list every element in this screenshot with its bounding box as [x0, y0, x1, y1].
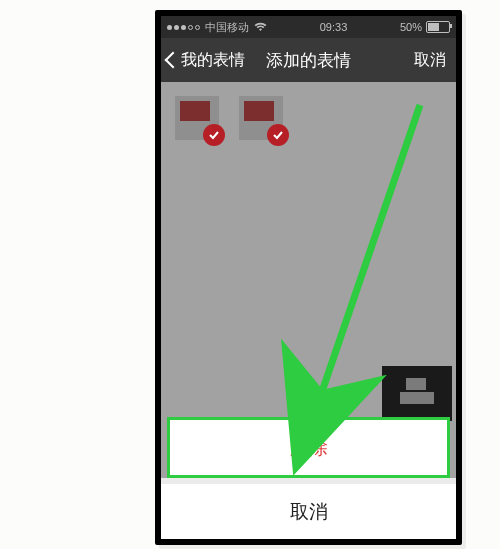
screen: 中国移动 09:33 50% 我的表情 添加的表情 取消	[161, 16, 456, 539]
battery-icon	[426, 21, 450, 33]
chevron-left-icon	[165, 52, 182, 69]
sticker-image	[244, 101, 274, 121]
selected-check-icon	[267, 124, 289, 146]
sticker-image	[180, 101, 210, 121]
sticker-item[interactable]	[175, 96, 219, 140]
nav-right-button[interactable]: 取消	[414, 50, 446, 71]
wifi-icon	[254, 22, 267, 32]
sticker-grid	[161, 82, 456, 154]
clock-label: 09:33	[320, 21, 348, 33]
selected-check-icon	[203, 124, 225, 146]
status-bar: 中国移动 09:33 50%	[161, 16, 456, 38]
navigation-bar: 我的表情 添加的表情 取消	[161, 38, 456, 82]
back-button[interactable]: 我的表情	[161, 50, 245, 71]
sticker-item[interactable]	[239, 96, 283, 140]
carrier-label: 中国移动	[205, 20, 249, 35]
cancel-button[interactable]: 取消	[161, 484, 456, 539]
delete-button[interactable]: 删除	[167, 417, 450, 478]
battery-percent-label: 50%	[400, 21, 422, 33]
phone-frame: 中国移动 09:33 50% 我的表情 添加的表情 取消	[155, 10, 462, 545]
signal-strength-icon	[167, 25, 200, 30]
back-label: 我的表情	[181, 50, 245, 71]
action-sheet: 删除 取消	[161, 413, 456, 539]
